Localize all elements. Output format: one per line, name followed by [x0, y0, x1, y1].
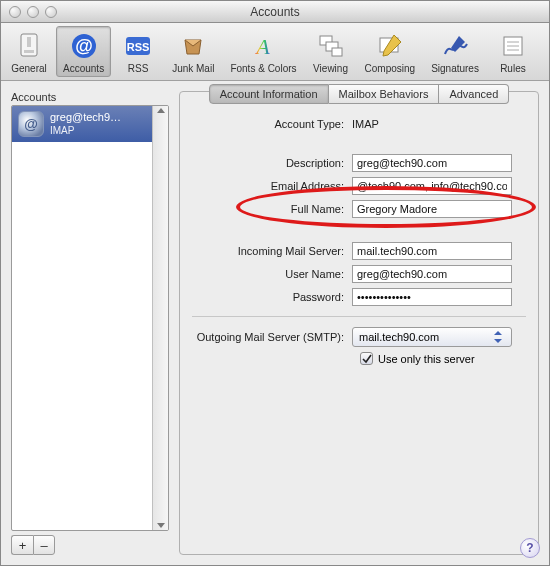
- account-row[interactable]: @ greg@tech9… IMAP: [12, 106, 152, 142]
- remove-account-button[interactable]: –: [33, 535, 55, 555]
- accounts-list[interactable]: @ greg@tech9… IMAP: [11, 105, 169, 531]
- signatures-icon: [439, 30, 471, 62]
- account-panel: Account Information Mailbox Behaviors Ad…: [179, 91, 539, 555]
- toolbar-label: Composing: [365, 63, 416, 74]
- minimize-icon[interactable]: [27, 6, 39, 18]
- use-only-row: Use only this server: [360, 352, 526, 365]
- chevron-updown-icon: [491, 328, 505, 346]
- incoming-field[interactable]: [352, 242, 512, 260]
- at-icon: @: [68, 30, 100, 62]
- use-only-checkbox[interactable]: [360, 352, 373, 365]
- svg-text:RSS: RSS: [127, 41, 150, 53]
- account-type-value: IMAP: [352, 118, 379, 130]
- separator: [192, 316, 526, 317]
- toolbar-label: Signatures: [431, 63, 479, 74]
- tabs: Account Information Mailbox Behaviors Ad…: [209, 84, 510, 104]
- toolbar-label: Viewing: [313, 63, 348, 74]
- toolbar-junkmail[interactable]: Junk Mail: [165, 26, 221, 77]
- tab-account-information[interactable]: Account Information: [209, 84, 329, 104]
- zoom-icon[interactable]: [45, 6, 57, 18]
- username-label: User Name:: [192, 268, 352, 280]
- toolbar-general[interactable]: General: [4, 26, 54, 77]
- account-name: greg@tech9…: [50, 111, 121, 124]
- general-icon: [13, 30, 45, 62]
- tab-mailbox-behaviors[interactable]: Mailbox Behaviors: [329, 84, 440, 104]
- scrollbar[interactable]: [152, 106, 168, 530]
- scroll-down-icon[interactable]: [157, 523, 165, 528]
- tab-advanced[interactable]: Advanced: [439, 84, 509, 104]
- description-label: Description:: [192, 157, 352, 169]
- account-type-label: Account Type:: [192, 118, 352, 130]
- fullname-field[interactable]: [352, 200, 512, 218]
- svg-rect-10: [332, 48, 342, 56]
- toolbar-composing[interactable]: Composing: [358, 26, 423, 77]
- traffic-lights: [1, 6, 57, 18]
- at-icon: @: [18, 111, 44, 137]
- smtp-value: mail.tech90.com: [359, 331, 439, 343]
- content: Accounts @ greg@tech9… IMAP: [1, 81, 549, 565]
- toolbar-label: Rules: [500, 63, 526, 74]
- toolbar-rules[interactable]: Rules: [488, 26, 538, 77]
- viewing-icon: [315, 30, 347, 62]
- email-label: Email Address:: [192, 180, 352, 192]
- toolbar-accounts[interactable]: @ Accounts: [56, 26, 111, 77]
- svg-text:A: A: [255, 34, 271, 59]
- close-icon[interactable]: [9, 6, 21, 18]
- preferences-toolbar: General @ Accounts RSS RSS Junk Mail A: [1, 23, 549, 81]
- sidebar: Accounts @ greg@tech9… IMAP: [11, 91, 169, 555]
- toolbar-label: Fonts & Colors: [230, 63, 296, 74]
- fullname-label: Full Name:: [192, 203, 352, 215]
- incoming-label: Incoming Mail Server:: [192, 245, 352, 257]
- toolbar-rss[interactable]: RSS RSS: [113, 26, 163, 77]
- smtp-popup[interactable]: mail.tech90.com: [352, 327, 512, 347]
- account-text: greg@tech9… IMAP: [50, 111, 121, 136]
- password-field[interactable]: [352, 288, 512, 306]
- window-title: Accounts: [1, 5, 549, 19]
- toolbar-label: Junk Mail: [172, 63, 214, 74]
- svg-text:@: @: [75, 36, 93, 56]
- smtp-label: Outgoing Mail Server (SMTP):: [192, 331, 352, 343]
- titlebar[interactable]: Accounts: [1, 1, 549, 23]
- toolbar-viewing[interactable]: Viewing: [306, 26, 356, 77]
- composing-icon: [374, 30, 406, 62]
- fontscolors-icon: A: [247, 30, 279, 62]
- svg-text:@: @: [24, 116, 38, 132]
- toolbar-signatures[interactable]: Signatures: [424, 26, 486, 77]
- scroll-up-icon[interactable]: [157, 108, 165, 113]
- rules-icon: [497, 30, 529, 62]
- add-account-button[interactable]: +: [11, 535, 33, 555]
- add-remove-buttons: + –: [11, 535, 169, 555]
- svg-rect-2: [27, 37, 31, 47]
- email-field[interactable]: [352, 177, 512, 195]
- toolbar-label: Accounts: [63, 63, 104, 74]
- password-label: Password:: [192, 291, 352, 303]
- accounts-window: Accounts General @ Accounts RSS RSS Junk…: [0, 0, 550, 566]
- toolbar-label: General: [11, 63, 47, 74]
- toolbar-fontscolors[interactable]: A Fonts & Colors: [223, 26, 303, 77]
- help-button[interactable]: ?: [520, 538, 540, 558]
- description-field[interactable]: [352, 154, 512, 172]
- use-only-label: Use only this server: [378, 353, 475, 365]
- svg-rect-1: [24, 50, 34, 53]
- account-sub: IMAP: [50, 125, 121, 137]
- toolbar-label: RSS: [128, 63, 149, 74]
- sidebar-title: Accounts: [11, 91, 169, 103]
- junkmail-icon: [177, 30, 209, 62]
- username-field[interactable]: [352, 265, 512, 283]
- rss-icon: RSS: [122, 30, 154, 62]
